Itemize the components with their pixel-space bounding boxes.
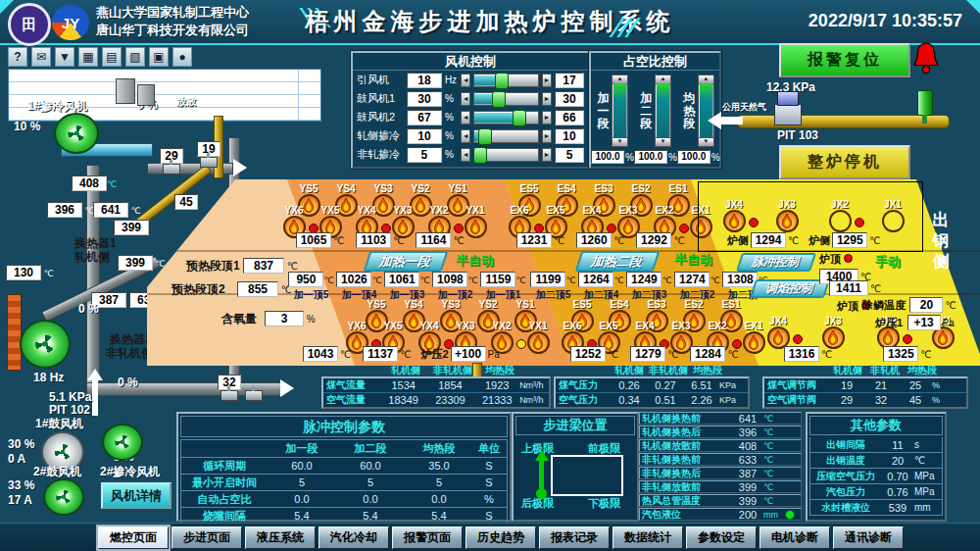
fan-value-field[interactable]: 5 xyxy=(407,147,442,163)
nav-tab[interactable]: 历史趋势 xyxy=(466,526,536,549)
fan-value-field[interactable]: 10 xyxy=(407,128,442,144)
fan-setpoint-field[interactable]: 10 xyxy=(555,128,584,144)
toolbar-icon[interactable]: ▧ xyxy=(125,47,145,67)
nav-tab[interactable]: 液压系统 xyxy=(245,526,316,549)
pulse-control-button[interactable]: 脉冲控制 xyxy=(736,253,816,272)
slider-right-arrow[interactable]: ► xyxy=(542,148,552,162)
zone1-tag[interactable]: 加热一段 xyxy=(364,251,449,272)
slider-left-arrow[interactable]: ◄ xyxy=(461,74,470,87)
nav-tab[interactable]: 数据统计 xyxy=(612,526,683,549)
toolbar-icon[interactable]: ▼ xyxy=(55,47,74,67)
pit103-tag: PIT 103 xyxy=(777,128,818,142)
oxygen-value: 3 % xyxy=(265,309,316,326)
slider-right-arrow[interactable]: ► xyxy=(542,111,552,125)
burner[interactable]: JX2 xyxy=(828,199,852,232)
ceil-temps-zone1: 950℃加一顶51026℃加一顶41061℃加一顶31098℃加一顶21159℃… xyxy=(287,270,527,302)
slider-left-arrow[interactable]: ◄ xyxy=(461,92,470,106)
furnace-stop-button[interactable]: 整炉停机 xyxy=(779,145,910,179)
blower1-pct: 30 % xyxy=(8,437,34,451)
zone2-tag[interactable]: 加热二段 xyxy=(575,251,661,272)
slider-right-arrow[interactable]: ► xyxy=(542,92,552,106)
burner[interactable]: JX4 xyxy=(766,316,790,349)
temp-readout: 炉压2+100Pa xyxy=(420,346,509,362)
duty-value-field[interactable]: 100.0 xyxy=(634,150,667,164)
duty-slider[interactable]: ▲ ▼ xyxy=(698,75,714,147)
duty-slider[interactable]: ▲ ▼ xyxy=(612,75,628,147)
fan-value-field[interactable]: 18 xyxy=(407,73,442,88)
burner[interactable]: JX1 xyxy=(881,199,905,232)
fan-setpoint-field[interactable]: 30 xyxy=(555,91,584,107)
nav-tab[interactable]: 报表记录 xyxy=(539,526,610,549)
pit103-valve[interactable] xyxy=(774,104,802,125)
alarm-reset-button[interactable]: 报警复位 xyxy=(779,43,910,77)
fan-slider[interactable] xyxy=(473,74,538,87)
duty-slider[interactable]: ▲ ▼ xyxy=(655,75,671,147)
fan1-icon[interactable] xyxy=(54,113,99,154)
beam-position-panel: 步进梁位置 上极限 前极限 后极限 下极限 xyxy=(512,412,639,522)
toolbar-icon[interactable]: ▦ xyxy=(78,47,98,67)
slider-thumb[interactable] xyxy=(473,147,487,164)
decor-slashes-right xyxy=(615,18,634,37)
gas-actuator[interactable] xyxy=(917,90,933,116)
duty-value-field[interactable]: 100.0 xyxy=(591,150,624,164)
nav-tab[interactable]: 燃控页面 xyxy=(98,526,169,549)
fan2-icon[interactable] xyxy=(102,424,143,461)
valve-29-icon[interactable] xyxy=(163,164,180,175)
fan-setpoint-field[interactable]: 66 xyxy=(555,110,584,125)
nav-tab[interactable]: 汽化冷却 xyxy=(318,526,389,549)
burner[interactable]: JX3 xyxy=(775,199,799,232)
fan-slider[interactable] xyxy=(473,148,538,162)
blower2-icon[interactable] xyxy=(43,478,84,516)
valve-32-icon[interactable] xyxy=(220,390,238,401)
slider-right-arrow[interactable]: ► xyxy=(542,74,552,87)
list-item: 非轧侧换热前 633 ℃ xyxy=(639,453,802,466)
ceiling-temp: 950℃加一顶5 xyxy=(287,270,335,302)
duty-value-field[interactable]: 100.0 xyxy=(677,150,710,164)
nav-tab[interactable]: 电机诊断 xyxy=(760,526,830,549)
slider-thumb[interactable] xyxy=(513,110,526,126)
fan-slider[interactable] xyxy=(473,92,538,106)
slider-right-arrow[interactable]: ► xyxy=(542,129,552,143)
fan-label: 非轧掺冷 xyxy=(357,147,404,162)
valve-icon[interactable] xyxy=(245,390,263,401)
fan-slider[interactable] xyxy=(473,111,538,125)
slider-thumb[interactable] xyxy=(495,73,509,89)
toolbar-icon[interactable]: ? xyxy=(8,47,27,67)
toolbar-icon[interactable]: ▤ xyxy=(102,47,122,67)
fan-detail-button[interactable]: 风机详情 xyxy=(101,482,172,509)
nav-tab[interactable]: 参数设定 xyxy=(686,526,757,549)
idfan-output: 0 % xyxy=(78,302,99,316)
other-params-title: 其他参数 xyxy=(809,416,943,435)
burner[interactable]: YX1 xyxy=(526,321,550,354)
ceiling-temp: 1199℃加二顶5 xyxy=(529,270,577,302)
nav-tab[interactable]: 报警页面 xyxy=(392,526,463,549)
slider-thumb[interactable] xyxy=(478,128,492,145)
burner[interactable]: JX4 xyxy=(722,199,746,232)
table-row: 自动占空比 0.0 0.0 0.0 % xyxy=(180,491,508,508)
fan-setpoint-field[interactable]: 17 xyxy=(555,73,584,88)
temp-readout: 1284℃ xyxy=(688,346,748,362)
burner[interactable]: JX3 xyxy=(821,316,845,349)
flue-pipe-vertical xyxy=(86,165,100,387)
slider-thumb[interactable] xyxy=(492,91,506,108)
fan-value-field[interactable]: 67 xyxy=(407,110,442,125)
furnace-pressure1: 炉压1 +13Pa xyxy=(875,313,964,330)
slider-left-arrow[interactable]: ◄ xyxy=(461,111,470,125)
fan-value-field[interactable]: 30 xyxy=(407,91,442,107)
nav-tab[interactable]: 通讯诊断 xyxy=(833,526,904,549)
table-row: 压缩空气压力 0.70 MPa xyxy=(809,469,943,484)
slider-left-arrow[interactable]: ◄ xyxy=(461,129,470,143)
slider-left-arrow[interactable]: ◄ xyxy=(461,148,470,162)
fan-slider[interactable] xyxy=(473,129,538,143)
valve-19-icon[interactable] xyxy=(200,157,218,168)
flame-control-button[interactable]: 调焰控制 xyxy=(750,279,830,298)
ceil-temps-zone2: 1199℃加二顶51264℃加二顶41249℃加二顶31274℃加二顶21308… xyxy=(529,270,769,302)
blower2-amp: 17 A xyxy=(8,493,32,507)
toolbar-icon[interactable]: ✉ xyxy=(31,47,51,67)
pressure-table: 煤气压力 0.26 0.27 6.51 KPa 空气压力 0.34 0.51 2… xyxy=(554,376,750,409)
toolbar-icon[interactable]: ● xyxy=(172,47,192,67)
toolbar-icon[interactable]: ▣ xyxy=(149,47,169,67)
induced-draft-fan-icon[interactable] xyxy=(20,320,71,369)
nav-tab[interactable]: 步进页面 xyxy=(172,526,242,549)
fan-setpoint-field[interactable]: 5 xyxy=(555,147,584,163)
